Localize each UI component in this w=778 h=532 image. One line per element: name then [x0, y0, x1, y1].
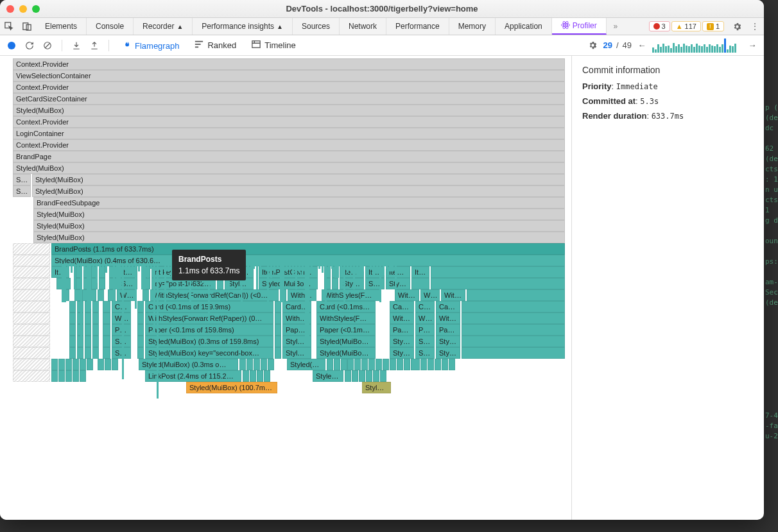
view-ranked[interactable]: Ranked	[189, 37, 241, 53]
info-badge[interactable]: !1	[702, 21, 724, 31]
flame-icon	[122, 40, 131, 51]
tab-application[interactable]: Application	[496, 18, 552, 35]
react-icon	[561, 21, 570, 31]
flame-bar[interactable]: ViewSelectionContainer	[13, 70, 565, 82]
svg-rect-9	[195, 44, 201, 45]
reload-icon[interactable]	[23, 39, 36, 52]
svg-rect-11	[252, 41, 260, 48]
flame-bar[interactable]	[13, 324, 50, 336]
tooltip-detail: 1.1ms of 633.7ms	[178, 266, 239, 275]
flame-bar[interactable]: LoginContainer	[13, 128, 565, 139]
flame-bar[interactable]	[13, 255, 50, 266]
close-window-icon[interactable]	[6, 5, 14, 13]
record-icon[interactable]	[5, 39, 18, 52]
flame-bar[interactable]: Styled(MuiBox)	[32, 174, 565, 185]
flame-bar[interactable]: Context.Provider	[13, 139, 565, 151]
warning-icon: ▲	[676, 22, 683, 30]
tab-elements[interactable]: Elements	[36, 18, 87, 35]
inspect-element-icon[interactable]	[0, 18, 18, 35]
more-tabs-icon[interactable]: »	[607, 18, 625, 35]
devtools-window: DevTools - localhost:3000/tigerbelly?vie…	[0, 0, 764, 520]
tab-performance[interactable]: Performance	[386, 18, 449, 35]
device-toolbar-icon[interactable]	[18, 18, 36, 35]
tab-console[interactable]: Console	[87, 18, 134, 35]
tab-label: Performance insights	[202, 22, 274, 31]
prev-commit-icon[interactable]: ←	[635, 39, 648, 52]
flame-bar[interactable]: St…	[13, 174, 31, 185]
tab-label: Application	[505, 22, 542, 31]
flame-bar[interactable]	[13, 359, 50, 370]
tab-recorder[interactable]: Recorder ▲	[134, 18, 193, 35]
zoom-window-icon[interactable]	[32, 5, 40, 13]
timeline-icon	[252, 40, 261, 51]
flame-bar[interactable]	[13, 243, 50, 255]
commit-navigator: 29 / 49 ← →	[603, 39, 759, 53]
next-commit-icon[interactable]: →	[746, 39, 759, 52]
flame-bar[interactable]: GetCardSizeContainer	[13, 93, 565, 105]
error-badge[interactable]: 3	[649, 21, 670, 31]
flame-bar[interactable]: Styled(MuiBox)	[13, 162, 565, 174]
info-count: 1	[716, 22, 720, 30]
commit-sep: /	[616, 40, 619, 50]
beta-icon: ▲	[277, 23, 283, 30]
minimize-window-icon[interactable]	[19, 5, 27, 13]
flame-bar[interactable]	[13, 336, 50, 347]
warning-badge[interactable]: ▲117	[671, 21, 701, 31]
flame-bar[interactable]	[13, 301, 50, 313]
flame-bar[interactable]	[13, 266, 50, 278]
tab-performance-insights[interactable]: Performance insights ▲	[193, 18, 293, 35]
flame-bar[interactable]: BrandPosts (1.1ms of 633.7ms)	[51, 243, 565, 255]
committed-row: Committed at: 5.3s	[582, 96, 754, 106]
flame-bar[interactable]	[13, 289, 50, 301]
flame-bar[interactable]	[13, 313, 50, 324]
tooltip-name: BrandPosts	[178, 253, 239, 265]
flame-bar[interactable]: Styled(MuiBox)	[33, 232, 565, 243]
flame-bar[interactable]: BrandPage	[13, 151, 565, 162]
tab-label: Console	[96, 22, 124, 31]
flame-bar[interactable]: Styled(MuiBox)	[33, 209, 565, 220]
flame-bar[interactable]	[13, 347, 50, 359]
svg-rect-8	[195, 41, 203, 42]
flame-bar[interactable]: Context.Provider	[13, 82, 565, 93]
status-badges[interactable]: 3 ▲117 !1	[645, 18, 729, 35]
flame-bar[interactable]: Styled(MuiBox)	[32, 185, 565, 197]
svg-rect-1	[23, 23, 28, 30]
view-label: Flamegraph	[135, 41, 179, 51]
tab-label: Memory	[458, 22, 486, 31]
tab-profiler[interactable]: Profiler	[552, 18, 607, 35]
clear-icon[interactable]	[41, 39, 54, 52]
flame-bar[interactable]	[13, 370, 50, 382]
beta-icon: ▲	[177, 23, 183, 30]
flame-bar[interactable]: Context.Provider	[13, 58, 565, 70]
tab-memory[interactable]: Memory	[449, 18, 496, 35]
kebab-menu-icon[interactable]: ⋮	[746, 18, 764, 35]
flame-tail: // decorative tails will be drawn after …	[56, 264, 565, 517]
titlebar: DevTools - localhost:3000/tigerbelly?vie…	[0, 0, 764, 18]
flame-bar[interactable]: Styled(MuiBox)	[13, 105, 565, 116]
tab-label: Network	[349, 22, 377, 31]
duration-row: Render duration: 633.7ms	[582, 111, 754, 121]
flame-bar[interactable]: Si…	[13, 185, 31, 197]
profiler-settings-icon[interactable]	[586, 39, 599, 52]
view-flamegraph[interactable]: Flamegraph	[117, 38, 184, 58]
svg-point-6	[565, 24, 566, 25]
commit-info-title: Commit information	[582, 65, 754, 75]
settings-icon[interactable]	[728, 18, 746, 35]
save-profile-icon[interactable]	[88, 39, 101, 52]
flame-bar[interactable]: BrandFeedSubpage	[33, 197, 565, 209]
devtools-tabs: Elements Console Recorder ▲ Performance …	[0, 18, 764, 35]
warning-count: 117	[685, 22, 696, 30]
flame-bar[interactable]: Styled(MuiBox)	[33, 220, 565, 232]
view-timeline[interactable]: Timeline	[246, 37, 301, 53]
tab-network[interactable]: Network	[340, 18, 386, 35]
duration-value: 633.7ms	[652, 112, 684, 121]
flamegraph-panel[interactable]: Context.Provider ViewSelectionContainer …	[0, 56, 571, 520]
commit-sparkline[interactable]	[652, 39, 742, 53]
tab-sources[interactable]: Sources	[293, 18, 340, 35]
info-icon: !	[707, 23, 714, 30]
view-label: Ranked	[207, 40, 236, 50]
flame-bar[interactable]: Context.Provider	[13, 116, 565, 128]
load-profile-icon[interactable]	[70, 39, 83, 52]
priority-row: Priority: Immediate	[582, 82, 754, 91]
flame-bar[interactable]	[13, 278, 50, 289]
